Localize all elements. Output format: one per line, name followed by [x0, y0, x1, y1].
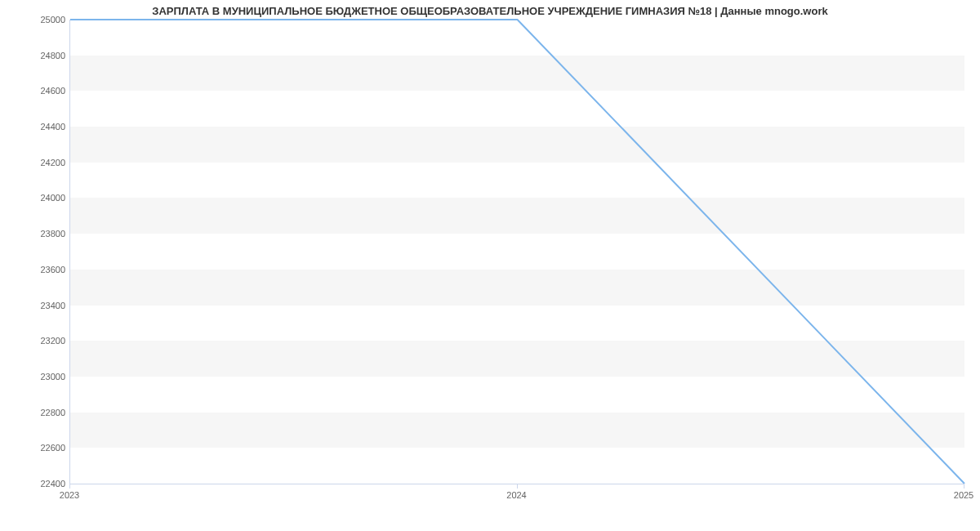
x-tick-mark: [69, 484, 70, 489]
x-tick-mark: [964, 484, 964, 489]
y-tick-label: 23800: [4, 229, 65, 239]
y-tick-label: 25000: [4, 15, 65, 25]
x-tick-label: 2024: [506, 490, 526, 500]
x-tick-label: 2023: [60, 490, 79, 500]
plot-area: [69, 20, 964, 484]
x-tick-label: 2025: [954, 490, 973, 500]
salary-line-chart: ЗАРПЛАТА В МУНИЦИПАЛЬНОЕ БЮДЖЕТНОЕ ОБЩЕО…: [0, 0, 980, 531]
y-tick-label: 23000: [4, 372, 65, 382]
chart-title: ЗАРПЛАТА В МУНИЦИПАЛЬНОЕ БЮДЖЕТНОЕ ОБЩЕО…: [0, 5, 980, 17]
x-tick-mark: [517, 484, 518, 489]
y-tick-label: 22400: [4, 479, 65, 489]
y-tick-label: 24200: [4, 158, 65, 167]
y-tick-label: 24800: [4, 51, 65, 60]
series-line: [70, 20, 964, 484]
y-tick-label: 23400: [4, 301, 65, 310]
y-tick-label: 24000: [4, 193, 65, 203]
line-series: [70, 20, 964, 484]
y-tick-label: 24400: [4, 122, 65, 132]
y-tick-label: 23200: [4, 336, 65, 346]
y-tick-label: 22800: [4, 408, 65, 417]
y-tick-label: 22600: [4, 443, 65, 453]
y-tick-label: 23600: [4, 265, 65, 274]
y-tick-label: 24600: [4, 86, 65, 96]
